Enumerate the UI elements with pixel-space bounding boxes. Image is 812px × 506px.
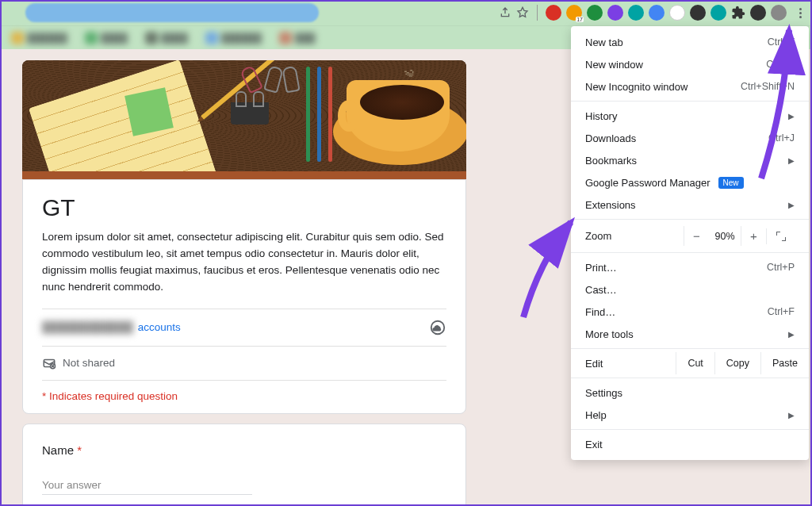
shared-row: Not shared: [42, 347, 446, 381]
menu-new-window[interactable]: New window Ctrl+N: [571, 53, 809, 75]
menu-downloads[interactable]: Downloads Ctrl+J: [571, 127, 809, 149]
accent-bar: [22, 171, 466, 179]
menu-password-manager[interactable]: Google Password Manager New: [571, 171, 809, 194]
chevron-right-icon: ▶: [788, 411, 795, 420]
zoom-in-button[interactable]: +: [741, 226, 766, 246]
menu-new-tab[interactable]: New tab Ctrl+T: [571, 31, 809, 53]
menu-separator: [571, 429, 809, 430]
menu-bookmarks[interactable]: Bookmarks ▶: [571, 149, 809, 171]
form-title-card: GT Lorem ipsum dolor sit amet, consectet…: [22, 179, 466, 414]
chevron-right-icon: ▶: [788, 112, 795, 121]
bookmark-item[interactable]: ██████: [201, 29, 266, 47]
menu-print[interactable]: Print… Ctrl+P: [571, 256, 809, 278]
menu-cast[interactable]: Cast…: [571, 278, 809, 301]
extension-icon[interactable]: [750, 5, 766, 21]
question-card: Name *: [22, 424, 466, 506]
chrome-menu: New tab Ctrl+T New window Ctrl+N New Inc…: [571, 26, 809, 460]
required-star: *: [77, 443, 82, 457]
email-text: ████████████: [42, 321, 133, 333]
fullscreen-button[interactable]: [766, 228, 795, 244]
chevron-right-icon: ▶: [788, 330, 795, 339]
edit-copy-button[interactable]: Copy: [714, 352, 760, 374]
edit-paste-button[interactable]: Paste: [760, 352, 809, 374]
puzzle-icon[interactable]: [731, 6, 745, 20]
profile-avatar[interactable]: [771, 5, 787, 21]
menu-find[interactable]: Find… Ctrl+F: [571, 301, 809, 323]
form-header-image: ༄: [22, 60, 466, 171]
extension-icon[interactable]: [607, 5, 623, 21]
share-icon[interactable]: [499, 6, 511, 19]
extension-icon[interactable]: [690, 5, 706, 21]
menu-separator: [571, 378, 809, 378]
extension-icon[interactable]: [546, 5, 561, 21]
extension-icon[interactable]: [710, 5, 726, 21]
bookmark-item[interactable]: ███: [274, 29, 320, 47]
bookmark-item[interactable]: ██████: [6, 29, 72, 47]
switch-accounts-link[interactable]: accounts: [138, 321, 181, 333]
menu-separator: [571, 101, 809, 102]
form-description: Lorem ipsum dolor sit amet, consectetur …: [42, 229, 446, 296]
not-shared-icon: [42, 356, 56, 370]
chevron-right-icon: ▶: [788, 201, 795, 209]
required-note: * Indicates required question: [42, 381, 446, 402]
separator: [537, 5, 538, 21]
menu-separator: [571, 252, 809, 253]
extension-icon[interactable]: [669, 5, 685, 21]
chevron-right-icon: ▶: [788, 156, 795, 165]
menu-more-tools[interactable]: More tools ▶: [571, 323, 809, 345]
extension-icon[interactable]: [628, 5, 644, 21]
menu-settings[interactable]: Settings: [571, 381, 809, 404]
not-shared-label: Not shared: [63, 357, 115, 369]
new-badge: New: [718, 177, 744, 189]
browser-toolbar: 17: [0, 0, 812, 25]
menu-exit[interactable]: Exit: [571, 433, 809, 455]
zoom-out-button[interactable]: −: [684, 226, 709, 246]
menu-separator: [571, 348, 809, 349]
cloud-icon: [429, 319, 446, 336]
menu-zoom: Zoom − 90% +: [571, 223, 809, 249]
edit-cut-button[interactable]: Cut: [676, 352, 714, 374]
url-bar[interactable]: [25, 3, 319, 22]
form-container: ༄ GT Lorem ipsum dolor sit amet, consect…: [22, 60, 466, 506]
question-label: Name *: [42, 443, 446, 457]
menu-separator: [571, 219, 809, 220]
answer-input[interactable]: [42, 476, 252, 495]
bookmark-star-icon[interactable]: [516, 6, 529, 19]
extension-icon[interactable]: 17: [566, 5, 582, 21]
account-row: ████████████ accounts: [42, 309, 446, 347]
extension-icon[interactable]: [649, 5, 665, 21]
menu-help[interactable]: Help ▶: [571, 404, 809, 426]
toolbar-icons: 17: [499, 4, 809, 21]
kebab-menu-icon[interactable]: [791, 4, 809, 21]
menu-history[interactable]: History ▶: [571, 105, 809, 127]
menu-extensions[interactable]: Extensions ▶: [571, 194, 809, 216]
bookmark-item[interactable]: ████: [140, 29, 193, 47]
menu-edit: Edit Cut Copy Paste: [571, 352, 809, 374]
bookmark-item[interactable]: ████: [80, 29, 132, 47]
menu-new-incognito[interactable]: New Incognito window Ctrl+Shift+N: [571, 75, 809, 98]
fullscreen-icon: [776, 232, 786, 241]
zoom-value: 90%: [709, 231, 741, 242]
form-title: GT: [42, 194, 446, 221]
extension-icon[interactable]: [587, 5, 603, 21]
